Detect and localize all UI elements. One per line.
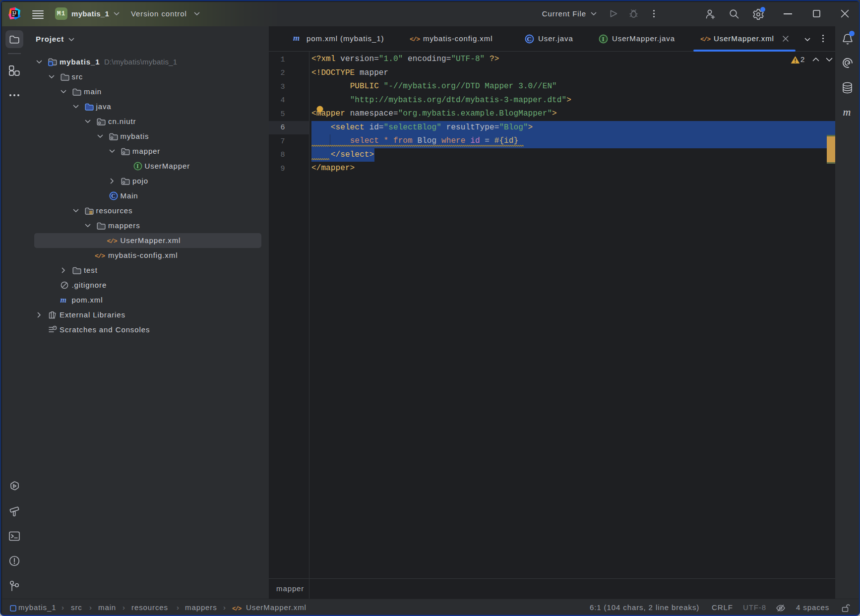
svg-text:I: I: [602, 35, 605, 43]
svg-text:C: C: [111, 192, 116, 199]
svg-text:C: C: [527, 35, 532, 43]
svg-text:IJ: IJ: [12, 11, 16, 15]
svg-text:I: I: [136, 163, 139, 170]
